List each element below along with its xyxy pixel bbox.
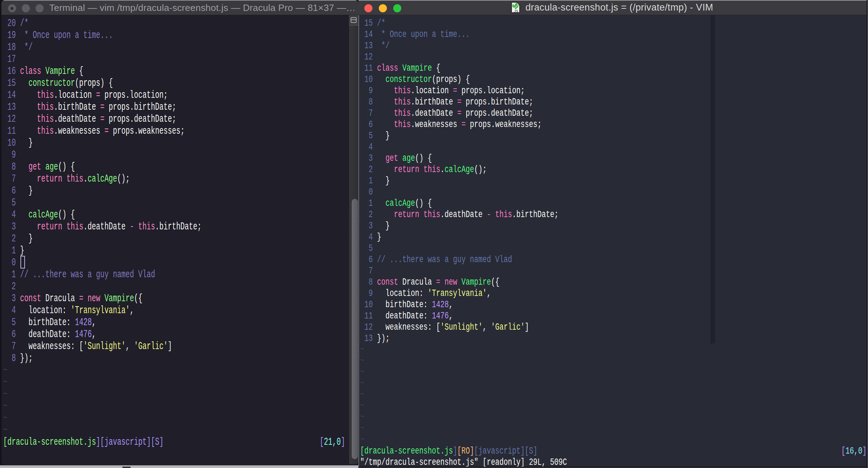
svg-text:JS: JS bbox=[514, 9, 518, 13]
